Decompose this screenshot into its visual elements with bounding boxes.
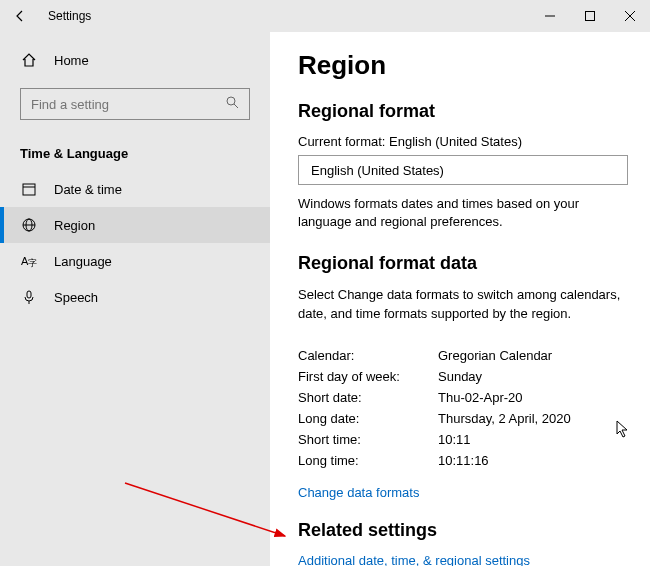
maximize-button[interactable]	[570, 0, 610, 32]
data-row: Short date:Thu-02-Apr-20	[298, 387, 622, 408]
nav-language[interactable]: A字 Language	[0, 243, 270, 279]
format-data-description: Select Change data formats to switch amo…	[298, 286, 622, 322]
format-data-table: Calendar:Gregorian Calendar First day of…	[298, 345, 622, 471]
nav-label: Speech	[54, 290, 98, 305]
format-description: Windows formats dates and times based on…	[298, 195, 622, 231]
format-dropdown[interactable]: English (United States)	[298, 155, 628, 185]
home-icon	[20, 52, 38, 68]
nav-label: Region	[54, 218, 95, 233]
minimize-button[interactable]	[530, 0, 570, 32]
svg-point-2	[227, 97, 235, 105]
content-pane: Region Regional format Current format: E…	[270, 32, 650, 566]
current-format-label: Current format: English (United States)	[298, 134, 622, 149]
nav-label: Language	[54, 254, 112, 269]
nav-region[interactable]: Region	[0, 207, 270, 243]
data-row: First day of week:Sunday	[298, 366, 622, 387]
page-heading: Region	[298, 50, 622, 81]
change-formats-link[interactable]: Change data formats	[298, 485, 622, 500]
related-heading: Related settings	[298, 520, 622, 541]
svg-rect-11	[27, 291, 31, 298]
data-row: Long date:Thursday, 2 April, 2020	[298, 408, 622, 429]
close-button[interactable]	[610, 0, 650, 32]
window-title: Settings	[48, 9, 91, 23]
additional-settings-link[interactable]: Additional date, time, & regional settin…	[298, 553, 622, 566]
category-title: Time & Language	[0, 132, 270, 171]
back-button[interactable]	[0, 0, 40, 32]
svg-line-3	[234, 104, 238, 108]
nav-label: Date & time	[54, 182, 122, 197]
search-icon	[225, 95, 239, 113]
dropdown-value: English (United States)	[311, 163, 444, 178]
globe-icon	[20, 217, 38, 233]
search-input[interactable]	[20, 88, 250, 120]
data-row: Calendar:Gregorian Calendar	[298, 345, 622, 366]
language-icon: A字	[20, 253, 38, 269]
search-field[interactable]	[31, 97, 225, 112]
window-controls	[530, 0, 650, 32]
nav-speech[interactable]: Speech	[0, 279, 270, 315]
calendar-icon	[20, 181, 38, 197]
home-nav[interactable]: Home	[0, 44, 270, 76]
svg-rect-1	[586, 12, 595, 21]
home-label: Home	[54, 53, 89, 68]
data-row: Short time:10:11	[298, 429, 622, 450]
format-data-heading: Regional format data	[298, 253, 622, 274]
microphone-icon	[20, 289, 38, 305]
regional-format-heading: Regional format	[298, 101, 622, 122]
nav-date-time[interactable]: Date & time	[0, 171, 270, 207]
svg-rect-4	[23, 184, 35, 195]
back-arrow-icon	[13, 9, 27, 23]
sidebar: Home Time & Language Date & time Region …	[0, 32, 270, 566]
titlebar: Settings	[0, 0, 650, 32]
svg-text:字: 字	[28, 258, 37, 268]
data-row: Long time:10:11:16	[298, 450, 622, 471]
